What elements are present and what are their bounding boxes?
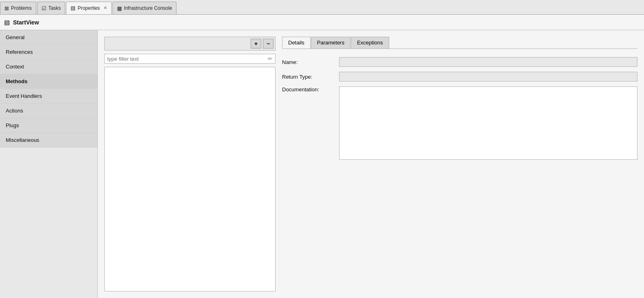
name-label: Name:	[282, 59, 335, 65]
tab-tasks[interactable]: ☑ Tasks	[37, 2, 66, 14]
tab-infrastructure-console[interactable]: ▦ Infrastructure Console	[112, 2, 176, 14]
infrastructure-console-icon: ▦	[117, 5, 122, 11]
return-type-field-row: Return Type:	[282, 72, 637, 82]
tab-details[interactable]: Details	[282, 37, 311, 49]
documentation-textarea[interactable]	[339, 86, 637, 160]
sidebar: General References Context Methods Event…	[0, 30, 98, 298]
tab-bar: ⊠ Problems ☑ Tasks ▤ Properties ✕ ▦ Infr…	[0, 0, 644, 15]
content-area: + − ✏ Details Parameters Exceptions	[98, 30, 644, 298]
tasks-icon: ☑	[42, 5, 46, 11]
methods-list[interactable]	[104, 67, 276, 291]
tab-properties-close[interactable]: ✕	[104, 5, 107, 11]
sidebar-item-references-label: References	[6, 49, 33, 55]
sidebar-item-general-label: General	[6, 34, 24, 40]
tab-exceptions[interactable]: Exceptions	[351, 37, 389, 49]
sidebar-item-methods-label: Methods	[6, 78, 27, 84]
tab-exceptions-label: Exceptions	[357, 40, 383, 46]
properties-icon: ▤	[71, 5, 75, 11]
return-type-input[interactable]	[339, 72, 637, 82]
remove-button[interactable]: −	[263, 39, 273, 49]
sidebar-item-context[interactable]: Context	[0, 60, 97, 74]
sidebar-item-plugs[interactable]: Plugs	[0, 118, 97, 133]
tab-details-label: Details	[288, 40, 304, 46]
sidebar-item-event-handlers-label: Event Handlers	[6, 93, 42, 99]
filter-input[interactable]	[107, 56, 266, 62]
tab-properties[interactable]: ▤ Properties ✕	[66, 2, 112, 14]
sidebar-item-event-handlers[interactable]: Event Handlers	[0, 89, 97, 104]
documentation-field-row: Documentation:	[282, 86, 637, 160]
tab-parameters-label: Parameters	[317, 40, 344, 46]
problems-icon: ⊠	[4, 5, 9, 11]
return-type-label: Return Type:	[282, 74, 335, 80]
right-panel: Details Parameters Exceptions Name: Retu…	[282, 37, 637, 291]
filter-row: ✏	[104, 54, 276, 64]
toolbar-row: + −	[104, 37, 276, 51]
sidebar-item-miscellaneous-label: Miscellaneous	[6, 137, 39, 143]
fields-section: Name: Return Type: Documentation:	[282, 54, 637, 160]
name-input[interactable]	[339, 57, 637, 67]
page-title-bar: ▤ StartView	[0, 15, 644, 30]
tab-tasks-label: Tasks	[49, 5, 61, 11]
name-field-row: Name:	[282, 57, 637, 67]
page-title-icon: ▤	[4, 19, 10, 26]
tab-problems[interactable]: ⊠ Problems	[0, 2, 36, 14]
sidebar-item-plugs-label: Plugs	[6, 122, 19, 128]
add-button[interactable]: +	[251, 39, 261, 49]
detail-tabs-row: Details Parameters Exceptions	[282, 37, 637, 49]
sidebar-item-actions[interactable]: Actions	[0, 104, 97, 118]
main-layout: General References Context Methods Event…	[0, 30, 644, 298]
sidebar-item-context-label: Context	[6, 64, 24, 70]
tab-properties-label: Properties	[77, 5, 100, 11]
page-title: StartView	[13, 19, 39, 26]
tab-infrastructure-console-label: Infrastructure Console	[124, 5, 172, 11]
sidebar-item-general[interactable]: General	[0, 30, 97, 45]
tab-parameters[interactable]: Parameters	[311, 37, 351, 49]
left-panel: + − ✏	[104, 37, 276, 291]
sidebar-item-methods[interactable]: Methods	[0, 74, 97, 89]
sidebar-item-actions-label: Actions	[6, 108, 23, 114]
documentation-label: Documentation:	[282, 86, 335, 93]
sidebar-spacer	[0, 148, 97, 298]
sidebar-item-miscellaneous[interactable]: Miscellaneous	[0, 133, 97, 148]
sidebar-item-references[interactable]: References	[0, 45, 97, 60]
edit-icon[interactable]: ✏	[268, 55, 273, 62]
tab-problems-label: Problems	[11, 5, 32, 11]
